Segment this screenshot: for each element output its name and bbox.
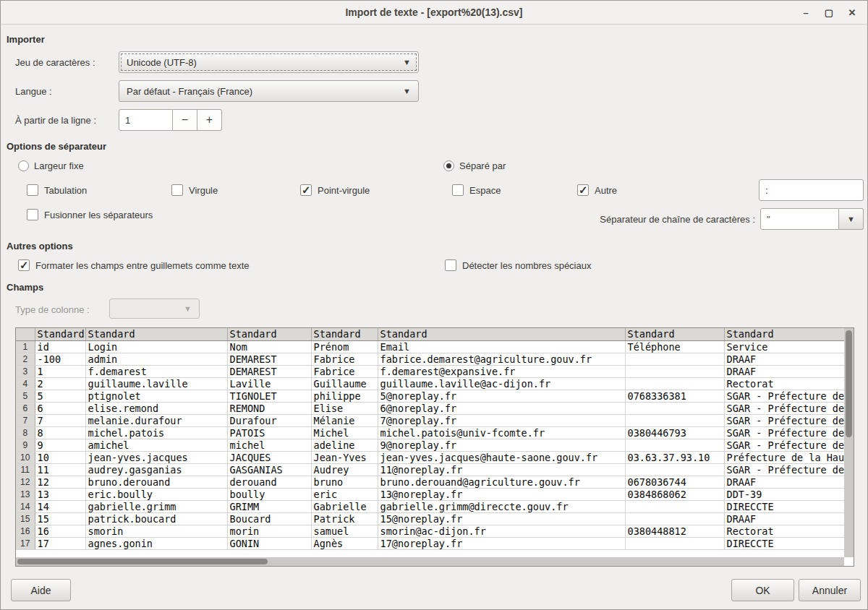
separated-by-radio[interactable] [443,160,454,171]
merge-separators-label[interactable]: Fusionner les séparateurs [44,210,153,220]
table-cell: GASGANIAS [227,463,311,476]
column-header[interactable]: Standard [35,328,85,340]
table-cell: jean-yves.jacques [85,451,227,463]
table-cell: audrey.gasganias [85,463,227,476]
table-cell: Mélanie [311,414,378,426]
from-row-input[interactable]: 1 [119,109,173,131]
table-cell: JACQUES [227,451,311,463]
table-cell: guillaume.laville@ac-dijon.fr [378,377,625,390]
table-cell: DEMAREST [227,365,311,377]
row-number: 15 [16,512,35,525]
other-label[interactable]: Autre [595,185,617,196]
table-cell: 17@noreplay.fr [378,537,625,549]
semicolon-label[interactable]: Point-virgule [318,185,370,196]
horizontal-scrollbar[interactable] [16,557,844,566]
charset-value: Unicode (UTF-8) [127,57,197,68]
table-cell [625,402,724,414]
table-cell: DRAAF [724,365,844,377]
table-cell: 03.63.37.93.10 [625,451,724,463]
table-cell: philippe [311,390,378,402]
column-header[interactable]: Standard [227,328,311,340]
table-cell: samuel [311,525,378,537]
table-cell: fabrice.demarest@agriculture.gouv.fr [378,353,625,365]
table-cell: GONIN [227,537,311,549]
table-cell: 8 [35,426,85,439]
table-cell: 13 [35,488,85,500]
table-cell: 0384868062 [625,488,724,500]
table-cell: 5 [35,390,85,402]
increment-button[interactable]: + [197,109,222,131]
quoted-as-text-label[interactable]: Formater les champs entre guillemets com… [35,260,250,271]
table-cell: admin [85,353,227,365]
space-checkbox[interactable] [452,184,464,196]
chevron-down-icon[interactable]: ▼ [839,208,864,230]
language-select[interactable]: Par défaut - Français (France) ▼ [119,80,419,102]
table-cell: SGAR - Préfecture de [724,402,844,414]
separated-by-label[interactable]: Séparé par [459,160,506,171]
maximize-icon[interactable]: ▢ [821,5,837,21]
close-icon[interactable]: ✕ [844,5,860,21]
tab-label[interactable]: Tabulation [44,185,87,196]
table-cell: DIRECCTE [724,537,844,549]
table-cell: patrick.boucard [85,512,227,525]
table-cell: Guillaume [311,377,378,390]
help-button[interactable]: Aide [11,579,71,601]
table-cell: Audrey [311,463,378,476]
table-cell: 13@noreplay.fr [378,488,625,500]
table-cell: Fabrice [311,365,378,377]
row-number: 13 [16,488,35,500]
comma-label[interactable]: Virgule [189,185,218,196]
decrement-button[interactable]: − [173,109,197,131]
table-cell [625,500,724,512]
separator-section-label: Options de séparateur [7,141,106,152]
table-cell: DDT-39 [724,488,844,500]
fixed-width-radio[interactable] [18,160,29,171]
table-cell: Michel [311,426,378,439]
fixed-width-label[interactable]: Largeur fixe [34,160,84,171]
minimize-icon[interactable]: – [798,5,814,21]
table-row: 66elise.remondREMONDElise6@noreplay.frSG… [16,402,844,414]
chevron-down-icon: ▼ [184,304,192,313]
semicolon-checkbox[interactable] [300,184,312,196]
vertical-scrollbar[interactable] [844,328,854,557]
table-cell: Rectorat [724,377,844,390]
column-header[interactable]: Standard [85,328,227,340]
horizontal-scrollbar-thumb[interactable] [17,559,268,564]
column-header[interactable]: Standard [625,328,724,340]
detect-special-label[interactable]: Détecter les nombres spéciaux [462,260,591,271]
table-cell: 0678036744 [625,476,724,488]
other-checkbox[interactable] [577,184,589,196]
table-row: 31f.demarestDEMARESTFabricef.demarest@ex… [16,365,844,377]
column-header[interactable]: Standard [311,328,378,340]
merge-separators-checkbox[interactable] [27,209,38,220]
table-cell: Laville [227,377,311,390]
detect-special-checkbox[interactable] [445,259,456,271]
column-header[interactable]: Standard [378,328,625,340]
quoted-as-text-checkbox[interactable] [18,259,30,271]
comma-checkbox[interactable] [171,184,183,196]
cancel-button[interactable]: Annuler [799,579,861,601]
table-cell: agnes.gonin [85,537,227,549]
space-label[interactable]: Espace [469,185,501,196]
table-cell: gabrielle.grimm@direccte.gouv.fr [378,500,625,512]
table-cell: SGAR - Préfecture de [724,426,844,439]
table-cell: Durafour [227,414,311,426]
table-cell [625,377,724,390]
table-cell: bruno [311,476,378,488]
table-cell: 9@noreplay.fr [378,439,625,451]
vertical-scrollbar-thumb[interactable] [846,330,852,437]
charset-select[interactable]: Unicode (UTF-8) ▼ [119,51,419,73]
table-cell: 0768336381 [625,390,724,402]
table-row: 88michel.patoisPATOISMichelmichel.patois… [16,426,844,439]
ok-button[interactable]: OK [731,579,794,601]
table-row: 1111audrey.gasganiasGASGANIASAudrey11@no… [16,463,844,476]
table-cell: 9 [35,439,85,451]
tab-checkbox[interactable] [27,184,38,196]
row-number: 9 [16,439,35,451]
row-number: 7 [16,414,35,426]
string-separator-value[interactable]: " [760,208,839,230]
table-cell: 1 [35,365,85,377]
table-row: 77melanie.durafourDurafourMélanie7@norep… [16,414,844,426]
other-separator-input[interactable]: : [759,179,864,201]
column-header[interactable]: Standard [724,328,844,340]
